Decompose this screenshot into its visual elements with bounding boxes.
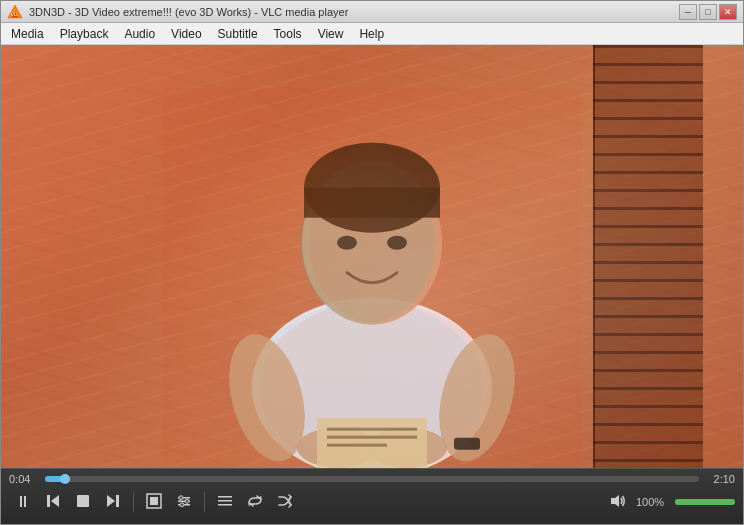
separator-2 bbox=[204, 492, 205, 512]
progress-bar[interactable] bbox=[45, 476, 699, 482]
close-button[interactable]: ✕ bbox=[719, 4, 737, 20]
volume-fill bbox=[675, 499, 735, 505]
progress-fill bbox=[45, 476, 65, 482]
svg-rect-27 bbox=[47, 495, 50, 507]
svg-marker-26 bbox=[51, 495, 59, 507]
loop-button[interactable] bbox=[241, 489, 269, 515]
svg-marker-29 bbox=[107, 495, 115, 507]
menu-help[interactable]: Help bbox=[351, 23, 392, 44]
prev-button[interactable] bbox=[39, 489, 67, 515]
video-area[interactable] bbox=[1, 45, 743, 468]
menu-tools[interactable]: Tools bbox=[266, 23, 310, 44]
svg-point-37 bbox=[185, 499, 189, 503]
menu-video[interactable]: Video bbox=[163, 23, 209, 44]
svg-rect-30 bbox=[116, 495, 119, 507]
menu-audio[interactable]: Audio bbox=[116, 23, 163, 44]
volume-bar[interactable] bbox=[675, 499, 735, 505]
prev-icon bbox=[45, 493, 61, 512]
shuffle-icon bbox=[277, 493, 293, 512]
anaglyph-cyan-overlay bbox=[1, 45, 743, 468]
menu-media[interactable]: Media bbox=[3, 23, 52, 44]
svg-marker-42 bbox=[611, 495, 619, 507]
svg-rect-41 bbox=[218, 504, 232, 506]
video-canvas bbox=[1, 45, 743, 468]
svg-point-38 bbox=[180, 502, 184, 506]
app-window: VLC 3DN3D - 3D Video extreme!!! (evo 3D … bbox=[0, 0, 744, 525]
progress-row: 0:04 2:10 bbox=[1, 469, 743, 487]
time-current: 0:04 bbox=[9, 473, 39, 485]
loop-icon bbox=[247, 493, 263, 512]
menu-bar: Media Playback Audio Video Subtitle Tool… bbox=[1, 23, 743, 45]
svg-rect-39 bbox=[218, 496, 232, 498]
playlist-icon bbox=[217, 493, 233, 512]
svg-rect-28 bbox=[77, 495, 89, 507]
play-pause-icon: ⏸ bbox=[15, 493, 31, 511]
separator-1 bbox=[133, 492, 134, 512]
minimize-button[interactable]: ─ bbox=[679, 4, 697, 20]
time-total: 2:10 bbox=[705, 473, 735, 485]
fullscreen-button[interactable] bbox=[140, 489, 168, 515]
menu-subtitle[interactable]: Subtitle bbox=[210, 23, 266, 44]
svg-rect-40 bbox=[218, 500, 232, 502]
window-title: 3DN3D - 3D Video extreme!!! (evo 3D Work… bbox=[29, 6, 679, 18]
vlc-icon: VLC bbox=[7, 4, 23, 20]
progress-handle[interactable] bbox=[60, 474, 70, 484]
stop-icon bbox=[76, 494, 90, 511]
shuffle-button[interactable] bbox=[271, 489, 299, 515]
menu-view[interactable]: View bbox=[310, 23, 352, 44]
volume-label: 100% bbox=[636, 496, 671, 508]
svg-point-36 bbox=[179, 495, 183, 499]
fullscreen-icon bbox=[146, 493, 162, 512]
volume-button[interactable] bbox=[604, 489, 632, 515]
buttons-row: ⏸ bbox=[1, 487, 743, 517]
maximize-button[interactable]: □ bbox=[699, 4, 717, 20]
next-button[interactable] bbox=[99, 489, 127, 515]
play-pause-button[interactable]: ⏸ bbox=[9, 489, 37, 515]
next-icon bbox=[105, 493, 121, 512]
extended-icon bbox=[176, 493, 192, 512]
volume-icon bbox=[610, 493, 626, 512]
menu-playback[interactable]: Playback bbox=[52, 23, 117, 44]
stop-button[interactable] bbox=[69, 489, 97, 515]
extended-settings-button[interactable] bbox=[170, 489, 198, 515]
window-controls: ─ □ ✕ bbox=[679, 4, 737, 20]
svg-rect-32 bbox=[150, 497, 158, 505]
title-bar: VLC 3DN3D - 3D Video extreme!!! (evo 3D … bbox=[1, 1, 743, 23]
volume-area: 100% bbox=[604, 489, 735, 515]
playlist-button[interactable] bbox=[211, 489, 239, 515]
control-bar: 0:04 2:10 ⏸ bbox=[1, 468, 743, 524]
svg-text:VLC: VLC bbox=[11, 12, 19, 17]
